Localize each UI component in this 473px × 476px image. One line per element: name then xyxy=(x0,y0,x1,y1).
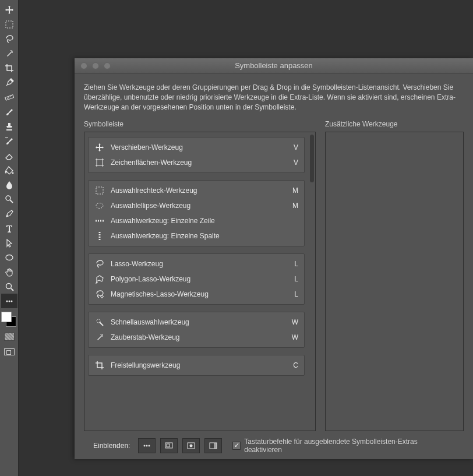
dialog-footer: Einblenden: ✓ Tastaturbefehle für ausgeb… xyxy=(84,431,464,459)
pen-tool[interactable] xyxy=(1,206,17,221)
history-brush-icon xyxy=(5,136,14,146)
extras-panel-label: Zusätzliche Werkzeuge xyxy=(325,120,464,128)
marquee-icon xyxy=(5,20,14,29)
pointer-tool[interactable] xyxy=(1,235,17,250)
ruler-icon xyxy=(5,93,14,102)
type-icon xyxy=(5,224,14,233)
tool-row[interactable]: Auswahlwerkzeug: Einzelne Spalte xyxy=(89,228,304,244)
screenmode-icon xyxy=(4,348,15,355)
toolbar-panel: Symbolleiste Verschieben-WerkzeugVZeiche… xyxy=(84,120,316,431)
stamp-tool[interactable] xyxy=(1,119,17,133)
qmask-icon xyxy=(186,441,196,450)
tool-shortcut: V xyxy=(289,158,298,167)
zoom-tool[interactable] xyxy=(1,279,17,294)
tool-group[interactable]: Lasso-WerkzeugLPolygon-Lasso-WerkzeugLMa… xyxy=(88,253,305,305)
blur-icon xyxy=(5,180,14,189)
poly-lasso-icon xyxy=(94,274,105,284)
tool-row[interactable]: Zeichenflächen-WerkzeugV xyxy=(89,155,304,170)
lasso-icon xyxy=(5,34,14,44)
tool-row[interactable]: Verschieben-WerkzeugV xyxy=(89,140,304,155)
eyedropper-tool[interactable] xyxy=(1,75,17,90)
show-more-button[interactable] xyxy=(138,438,156,453)
tool-shortcut: W xyxy=(289,333,298,341)
tool-row[interactable]: Magnetisches-Lasso-WerkzeugL xyxy=(89,287,304,302)
tool-shortcut: L xyxy=(289,290,298,298)
tool-row[interactable]: Zauberstab-WerkzeugW xyxy=(89,330,304,345)
dodge-tool[interactable] xyxy=(1,192,17,206)
disable-shortcuts-checkbox[interactable]: ✓ Tastaturbefehle für ausgeblendete Symb… xyxy=(232,438,454,454)
tool-group[interactable]: SchnellauswahlwerkzeugWZauberstab-Werkze… xyxy=(88,312,305,348)
color-swatch[interactable] xyxy=(1,312,17,328)
customize-toolbar-dialog: Symbolleiste anpassen Ziehen Sie Werkzeu… xyxy=(75,58,473,459)
ellipse-marquee-icon xyxy=(94,201,105,210)
eraser-icon xyxy=(5,151,14,160)
eraser-tool[interactable] xyxy=(1,148,17,163)
show-screen-button[interactable] xyxy=(160,438,178,453)
dodge-icon xyxy=(5,195,14,204)
fg-color-icon xyxy=(1,312,12,322)
crop-tool[interactable] xyxy=(1,61,17,75)
tool-name: Zeichenflächen-Werkzeug xyxy=(111,158,283,167)
hand-tool[interactable] xyxy=(1,265,17,279)
tool-row[interactable]: FreistellungswerkzeugC xyxy=(89,358,304,373)
extras-panel: Zusätzliche Werkzeuge xyxy=(325,120,464,431)
tool-group[interactable]: Auswahlrechteck-WerkzeugMAuswahlellipse-… xyxy=(88,180,305,246)
titlebar: Symbolleiste anpassen xyxy=(75,58,473,73)
panels-icon xyxy=(209,441,218,450)
more-icon xyxy=(5,297,14,306)
toolstrip xyxy=(0,0,19,476)
move-icon xyxy=(5,5,14,15)
tool-row[interactable]: Lasso-WerkzeugL xyxy=(89,256,304,272)
tool-row[interactable]: Auswahlwerkzeug: Einzelne Zeile xyxy=(89,213,304,228)
show-panels-button[interactable] xyxy=(204,438,222,453)
tool-name: Auswahlwerkzeug: Einzelne Zeile xyxy=(111,217,283,225)
tool-shortcut: M xyxy=(289,186,298,195)
tool-row[interactable]: SchnellauswahlwerkzeugW xyxy=(89,315,304,330)
wand-icon xyxy=(5,49,14,58)
mag-lasso-icon xyxy=(94,290,105,299)
stamp-icon xyxy=(5,122,14,131)
crop-icon xyxy=(5,64,14,73)
move-icon xyxy=(94,143,105,152)
brush-tool[interactable] xyxy=(1,104,17,119)
ellipse-icon xyxy=(5,253,14,262)
screen-icon xyxy=(164,441,174,450)
instructions-text: Ziehen Sie Werkzeuge oder deren Gruppier… xyxy=(84,83,464,112)
qmask-icon xyxy=(4,333,15,341)
wand-tool[interactable] xyxy=(1,46,17,61)
show-qmask-button[interactable] xyxy=(182,438,200,453)
tool-shortcut: L xyxy=(289,260,298,268)
blur-tool[interactable] xyxy=(1,177,17,192)
tool-name: Freistellungswerkzeug xyxy=(111,361,283,369)
tool-name: Verschieben-Werkzeug xyxy=(111,143,283,151)
scrollbar-thumb[interactable] xyxy=(310,135,314,182)
lasso-tool[interactable] xyxy=(1,31,17,46)
tool-group[interactable]: FreistellungswerkzeugC xyxy=(88,355,305,376)
ellipse-tool[interactable] xyxy=(1,250,17,265)
quickmask-toggle[interactable] xyxy=(1,330,17,343)
checkbox-label: Tastaturbefehle für ausgeblendete Symbol… xyxy=(244,438,454,454)
toolbar-panel-label: Symbolleiste xyxy=(84,120,316,128)
more-tool[interactable] xyxy=(1,294,17,308)
marquee-tool[interactable] xyxy=(1,17,17,31)
type-tool[interactable] xyxy=(1,221,17,235)
tool-row[interactable]: Polygon-Lasso-WerkzeugL xyxy=(89,272,304,287)
toolbar-list[interactable]: Verschieben-WerkzeugVZeichenflächen-Werk… xyxy=(84,132,316,431)
history-brush-tool[interactable] xyxy=(1,133,17,148)
panels: Symbolleiste Verschieben-WerkzeugVZeiche… xyxy=(84,120,464,431)
row-marquee-icon xyxy=(94,216,105,225)
bucket-tool[interactable] xyxy=(1,163,17,177)
checkbox-icon: ✓ xyxy=(232,442,241,450)
tool-row[interactable]: Auswahlellipse-WerkzeugM xyxy=(89,198,304,213)
tool-group[interactable]: Verschieben-WerkzeugVZeichenflächen-Werk… xyxy=(88,137,305,173)
tool-shortcut: M xyxy=(289,202,298,210)
screenmode-toggle[interactable] xyxy=(1,345,17,358)
extras-list[interactable] xyxy=(325,132,464,431)
brush-icon xyxy=(5,107,14,117)
tool-row[interactable]: Auswahlrechteck-WerkzeugM xyxy=(89,183,304,198)
more-icon xyxy=(142,441,151,450)
show-label: Einblenden: xyxy=(93,442,130,450)
ruler-tool[interactable] xyxy=(1,90,17,104)
lasso-icon xyxy=(94,259,105,269)
move-tool[interactable] xyxy=(1,2,17,17)
